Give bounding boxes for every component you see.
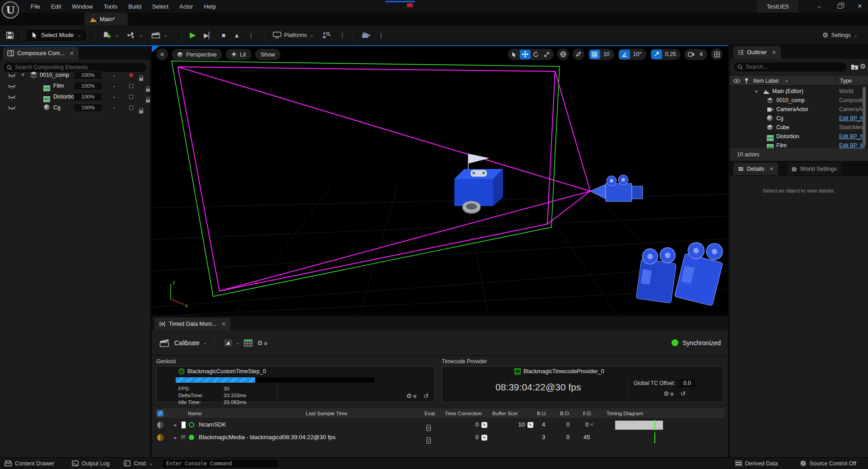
menu-actor[interactable]: Actor bbox=[174, 0, 198, 13]
opacity-field[interactable]: 100% bbox=[74, 93, 103, 101]
derived-data-button[interactable]: Derived Data bbox=[731, 458, 783, 469]
lock-icon[interactable] bbox=[139, 110, 143, 113]
tab-timed-data-monitor[interactable]: Timed Data Moni... ✕ bbox=[154, 318, 230, 330]
angle-snap-control[interactable]: 10° bbox=[618, 49, 646, 60]
outliner-settings-gear-icon[interactable]: ⚙ bbox=[860, 62, 866, 70]
eye-closed-icon[interactable] bbox=[7, 106, 16, 110]
eject-button[interactable]: ▲ bbox=[229, 28, 244, 42]
expand-caret[interactable]: ▸ bbox=[174, 435, 177, 440]
eval-mode-icon[interactable] bbox=[426, 425, 431, 431]
col-bu[interactable]: B.U. bbox=[537, 411, 547, 416]
camera-speed-control[interactable]: 4 bbox=[684, 49, 707, 60]
close-icon[interactable]: ✕ bbox=[769, 166, 774, 172]
close-icon[interactable]: ✕ bbox=[70, 50, 74, 56]
viewport-layout-icon[interactable] bbox=[711, 48, 723, 60]
console-input[interactable] bbox=[166, 460, 275, 467]
col-bo[interactable]: B.O. bbox=[560, 411, 570, 416]
add-actor-button[interactable]: ⌄ bbox=[98, 28, 122, 42]
expand-caret[interactable]: ▾ bbox=[755, 89, 758, 94]
tab-main-level[interactable]: Main* bbox=[84, 13, 128, 25]
outliner-row-0010-comp[interactable]: 0010_comp Compositi bbox=[730, 96, 868, 105]
camera-speed-value[interactable]: 4 bbox=[696, 51, 706, 57]
col-eval[interactable]: Eval. bbox=[425, 411, 436, 416]
multi-user-menu[interactable]: ⋮ bbox=[335, 28, 350, 42]
menu-edit[interactable]: Edit bbox=[46, 0, 66, 13]
edit-icon[interactable]: ✎ bbox=[527, 422, 533, 428]
scale-snap-value[interactable]: 0.25 bbox=[662, 51, 679, 57]
item-label-column[interactable]: Item Label bbox=[753, 78, 779, 84]
outliner-row-cg[interactable]: Cg Edit BP_N bbox=[730, 114, 868, 123]
3d-viewport[interactable]: y x ≡ Perspective Lit bbox=[152, 45, 728, 315]
tc-offset-field[interactable]: 0.0 bbox=[679, 379, 695, 387]
edit-icon[interactable]: ✎ bbox=[481, 422, 487, 428]
outliner-scrollbar[interactable] bbox=[863, 87, 866, 145]
col-name[interactable]: Name bbox=[188, 411, 202, 416]
output-log-button[interactable]: Output Log bbox=[67, 458, 114, 469]
viewport-scene[interactable]: y x bbox=[152, 45, 728, 315]
select-tool-icon[interactable] bbox=[509, 50, 520, 59]
outliner-search[interactable] bbox=[733, 61, 847, 72]
outliner-row-cameraactor[interactable]: CameraActor CameraAc bbox=[730, 105, 868, 114]
media-dot-icon[interactable] bbox=[129, 73, 133, 77]
angle-snap-icon[interactable] bbox=[619, 50, 630, 59]
skip-button[interactable]: ▶▏ bbox=[200, 28, 218, 42]
eye-closed-icon[interactable] bbox=[7, 73, 16, 78]
genlock-reapply-icon[interactable]: ↺ bbox=[423, 392, 429, 399]
channel-state-icon[interactable] bbox=[157, 434, 164, 441]
window-title[interactable]: TestUE5 bbox=[757, 0, 798, 13]
col-timing-diagram[interactable]: Timing Diagram bbox=[607, 411, 643, 416]
scale-snap-icon[interactable] bbox=[651, 50, 662, 59]
unreal-logo-icon[interactable]: U bbox=[2, 1, 19, 19]
content-drawer-button[interactable]: Content Drawer bbox=[0, 458, 59, 469]
world-local-icon[interactable] bbox=[557, 48, 569, 60]
channel-state-icon[interactable] bbox=[157, 422, 164, 428]
col-buffer-size[interactable]: Buffer Size bbox=[492, 411, 518, 416]
close-icon[interactable]: ✕ bbox=[221, 321, 226, 327]
genlock-settings-icon[interactable]: ⚙⚙ bbox=[406, 392, 418, 399]
source-control-button[interactable]: Source Control Off bbox=[795, 458, 861, 469]
pin-column-icon[interactable] bbox=[744, 78, 749, 84]
edit-icon[interactable]: ✎ bbox=[481, 435, 487, 441]
chevron-down-icon[interactable]: ⌄ bbox=[112, 83, 116, 88]
chevron-down-icon[interactable]: ⌄ bbox=[112, 105, 116, 110]
cinematics-button[interactable]: ⌄ bbox=[147, 28, 172, 42]
move-tool-icon[interactable] bbox=[520, 50, 531, 59]
grid-snap-icon[interactable] bbox=[589, 50, 600, 59]
opacity-field[interactable]: 100% bbox=[74, 103, 103, 112]
play-options-menu[interactable]: ⋮ bbox=[244, 28, 258, 42]
visibility-column-icon[interactable] bbox=[733, 79, 740, 83]
camera-rig-actors[interactable] bbox=[636, 237, 727, 306]
menu-select[interactable]: Select bbox=[147, 0, 174, 13]
menu-file[interactable]: File bbox=[25, 0, 46, 13]
eye-closed-icon[interactable] bbox=[7, 84, 16, 89]
monitor-settings-icon[interactable]: ⚙⚙ bbox=[257, 339, 269, 347]
scale-tool-icon[interactable] bbox=[541, 50, 552, 59]
menu-help[interactable]: Help bbox=[198, 0, 221, 13]
tab-world-settings[interactable]: World Settings bbox=[787, 163, 841, 175]
platforms-dropdown[interactable]: Platforms ⌄ bbox=[269, 28, 318, 42]
grid-snap-value[interactable]: 10 bbox=[600, 51, 613, 57]
stop-button[interactable]: ■ bbox=[218, 28, 229, 42]
row-type-link[interactable]: Edit BP_N bbox=[839, 133, 865, 140]
outliner-search-input[interactable] bbox=[746, 64, 843, 70]
composure-row-distortion[interactable]: Distortion 100% ⌄ bbox=[0, 91, 150, 102]
opacity-field[interactable]: 100% bbox=[74, 71, 103, 80]
chevron-down-icon[interactable]: ⌄ bbox=[112, 94, 116, 99]
chevron-down-icon[interactable]: ⌄ bbox=[112, 72, 116, 77]
console-input-wrap[interactable] bbox=[162, 459, 279, 468]
close-button[interactable]: × bbox=[851, 0, 868, 13]
source-row-ncamsdk[interactable]: ▸ NcamSDK 0 ✎ 10 ✎ 4 0 0 « bbox=[155, 419, 724, 431]
restore-button[interactable] bbox=[831, 0, 849, 13]
settings-dropdown[interactable]: ⚙ Settings ⌄ bbox=[818, 28, 862, 42]
col-time-correction[interactable]: Time Correction bbox=[445, 411, 481, 416]
type-column[interactable]: Type bbox=[840, 78, 852, 84]
menu-window[interactable]: Window bbox=[66, 0, 98, 13]
tab-details[interactable]: Details ✕ bbox=[733, 163, 778, 175]
select-mode-dropdown[interactable]: Select Mode ⌄ bbox=[26, 28, 87, 42]
close-icon[interactable]: ✕ bbox=[772, 49, 776, 56]
buffer-clear-dropdown[interactable]: ⌄ bbox=[224, 339, 239, 347]
blueprints-button[interactable]: ⌄ bbox=[123, 28, 147, 42]
tab-composure[interactable]: Composure Com... ✕ bbox=[3, 47, 79, 60]
outliner-row-distortion[interactable]: Distortion Edit BP_N bbox=[730, 132, 868, 141]
expand-caret[interactable]: ▾ bbox=[22, 72, 24, 77]
